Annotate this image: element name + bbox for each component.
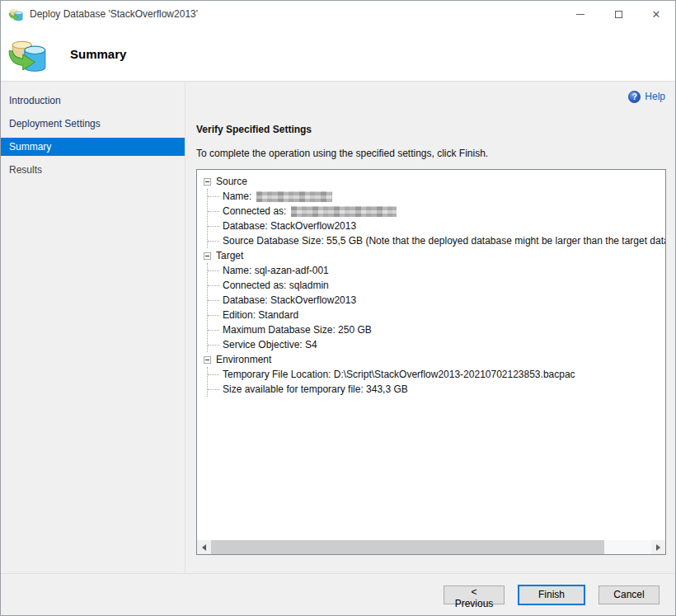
window-controls: ✕ <box>561 1 675 27</box>
cancel-button[interactable]: Cancel <box>599 585 660 604</box>
sidebar-item-summary[interactable]: Summary <box>1 138 185 156</box>
tree-node-label: Source <box>216 176 247 187</box>
tree-section: SourceName:Connected as:Database: StackO… <box>204 174 665 248</box>
tree-node-label: Connected as: <box>223 205 286 217</box>
maximize-button[interactable] <box>599 1 637 27</box>
finish-button[interactable]: Finish <box>518 585 585 605</box>
tree-node-label: Target <box>216 250 243 261</box>
settings-summary-panel: SourceName:Connected as:Database: StackO… <box>196 169 666 555</box>
scroll-left-button[interactable] <box>197 540 211 554</box>
summary-page: ? Help Verify Specified Settings To comp… <box>185 82 675 573</box>
scroll-right-button[interactable] <box>651 540 665 554</box>
finish-instruction: To complete the operation using the spec… <box>196 148 665 159</box>
help-label: Help <box>645 91 665 102</box>
close-icon: ✕ <box>652 9 661 20</box>
tree-node[interactable]: Database: StackOverflow2013 <box>208 293 665 308</box>
tree-node[interactable]: Connected as: sqladmin <box>208 278 665 293</box>
tree-node-label: Service Objective: S4 <box>223 339 317 350</box>
tree-node-label: Connected as: sqladmin <box>223 280 329 291</box>
tree-node-label: Environment <box>216 354 271 365</box>
sidebar-item-deployment-settings[interactable]: Deployment Settings <box>1 115 185 133</box>
tree-node-label: Database: StackOverflow2013 <box>223 220 356 232</box>
redacted-value <box>256 191 332 202</box>
tree-node-label: Name: sql-azan-adf-001 <box>223 265 329 276</box>
collapse-toggle-icon[interactable] <box>204 252 211 260</box>
maximize-icon <box>615 11 622 18</box>
help-row: ? Help <box>196 90 665 103</box>
scrollbar-track[interactable] <box>604 540 651 554</box>
scroll-right-icon <box>656 544 660 551</box>
wizard-header: Summary <box>1 27 675 82</box>
tree-node-label: Source Database Size: 55,5 GB (Note that… <box>223 235 666 247</box>
minus-glyph <box>205 256 209 256</box>
redacted-value <box>291 206 397 217</box>
minimize-icon <box>576 14 584 15</box>
settings-tree: SourceName:Connected as:Database: StackO… <box>197 170 665 397</box>
close-button[interactable]: ✕ <box>637 1 675 27</box>
tree-node-source[interactable]: Source <box>204 174 665 189</box>
deploy-database-wizard-window: Deploy Database 'StackOverflow2013' ✕ Su… <box>0 0 676 616</box>
minus-glyph <box>205 360 209 360</box>
tree-node-target[interactable]: Target <box>204 248 665 263</box>
scrollbar-thumb[interactable] <box>211 540 604 554</box>
window-title: Deploy Database 'StackOverflow2013' <box>30 8 198 20</box>
tree-node-label: Temporary File Location: D:\Script\Stack… <box>223 369 575 380</box>
wizard-steps-sidebar: Introduction Deployment Settings Summary… <box>1 82 185 573</box>
tree-node-label: Database: StackOverflow2013 <box>223 294 356 306</box>
minimize-button[interactable] <box>561 1 599 27</box>
tree-node[interactable]: Size available for temporary file: 343,3… <box>208 382 665 397</box>
tree-node[interactable]: Connected as: <box>208 204 665 219</box>
tree-children: Name: sql-azan-adf-001Connected as: sqla… <box>207 263 665 352</box>
tree-node[interactable]: Name: sql-azan-adf-001 <box>208 263 665 278</box>
tree-node-environment[interactable]: Environment <box>204 352 665 367</box>
tree-node-label: Name: <box>223 190 251 202</box>
tree-node[interactable]: Service Objective: S4 <box>208 337 665 352</box>
tree-node[interactable]: Source Database Size: 55,5 GB (Note that… <box>208 233 665 248</box>
collapse-toggle-icon[interactable] <box>204 178 211 186</box>
tree-node-label: Edition: Standard <box>223 309 298 321</box>
tree-node-label: Maximum Database Size: 250 GB <box>223 324 372 336</box>
tree-node[interactable]: Temporary File Location: D:\Script\Stack… <box>208 367 665 382</box>
tree-children: Temporary File Location: D:\Script\Stack… <box>207 367 665 397</box>
wizard-footer: < Previous Finish Cancel <box>1 573 675 615</box>
tree-node[interactable]: Edition: Standard <box>208 308 665 322</box>
sidebar-item-introduction[interactable]: Introduction <box>1 92 185 110</box>
tree-node-label: Size available for temporary file: 343,3… <box>223 383 408 395</box>
tree-section: EnvironmentTemporary File Location: D:\S… <box>204 352 665 397</box>
help-icon: ? <box>628 91 641 103</box>
page-title: Summary <box>70 47 126 61</box>
tree-children: Name:Connected as:Database: StackOverflo… <box>207 189 665 248</box>
tree-node[interactable]: Maximum Database Size: 250 GB <box>208 322 665 337</box>
minus-glyph <box>205 181 209 182</box>
wizard-body: Introduction Deployment Settings Summary… <box>1 82 675 573</box>
deploy-database-icon <box>7 35 49 73</box>
tree-node[interactable]: Name: <box>208 189 665 204</box>
collapse-toggle-icon[interactable] <box>204 356 211 364</box>
deploy-database-icon <box>8 7 24 21</box>
horizontal-scrollbar[interactable] <box>197 540 665 554</box>
tree-section: TargetName: sql-azan-adf-001Connected as… <box>204 248 665 352</box>
tree-node[interactable]: Database: StackOverflow2013 <box>208 219 665 233</box>
scroll-left-icon <box>202 544 206 551</box>
sidebar-item-results[interactable]: Results <box>1 161 185 179</box>
titlebar: Deploy Database 'StackOverflow2013' ✕ <box>1 1 675 27</box>
previous-button[interactable]: < Previous <box>444 585 505 604</box>
verify-settings-heading: Verify Specified Settings <box>196 124 665 135</box>
help-link[interactable]: ? Help <box>628 91 665 103</box>
